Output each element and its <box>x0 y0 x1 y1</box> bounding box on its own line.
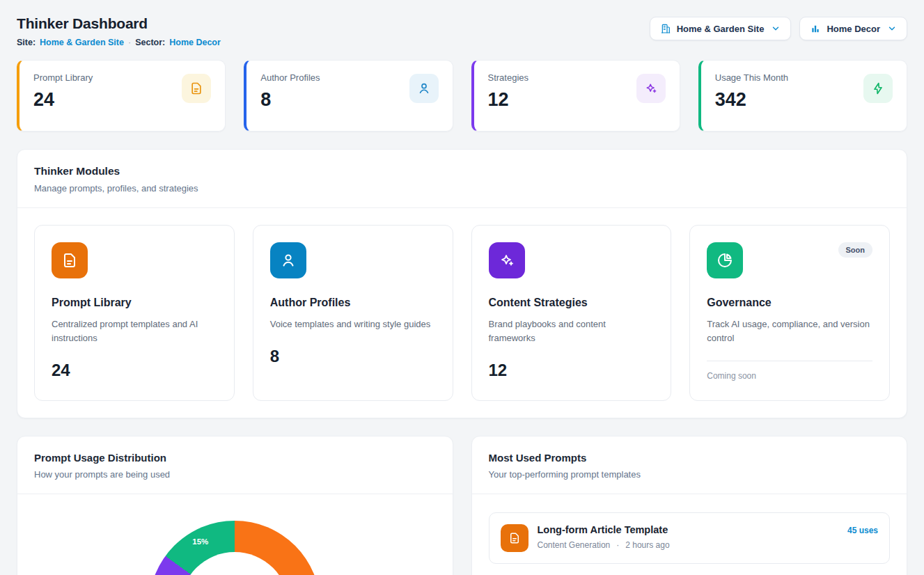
separator-dot: · <box>128 38 131 47</box>
stat-label: Strategies <box>488 72 529 83</box>
site-label: Site: <box>17 38 36 47</box>
module-card-prompt-library[interactable]: Prompt Library Centralized prompt templa… <box>34 225 235 401</box>
user-icon <box>270 242 306 278</box>
prompt-list-item[interactable]: Long-form Article Template Content Gener… <box>489 512 891 564</box>
modules-panel-header: Thinker Modules Manage prompts, profiles… <box>17 150 907 207</box>
stat-label: Author Profiles <box>260 72 320 83</box>
donut-chart-area: 15% <box>17 521 453 575</box>
prompt-item-uses-badge: 45 uses <box>847 526 878 535</box>
stat-value: 24 <box>33 89 93 111</box>
document-icon <box>501 524 528 552</box>
building-icon <box>660 23 671 34</box>
donut-slice-label: 15% <box>192 537 208 546</box>
prompts-card-title: Most Used Prompts <box>489 452 891 464</box>
module-description: Brand playbooks and content frameworks <box>489 317 655 345</box>
most-used-prompts-card: Most Used Prompts Your top-performing pr… <box>471 436 908 575</box>
module-title: Content Strategies <box>489 297 655 309</box>
module-top-row: Soon <box>707 242 872 278</box>
chevron-down-icon <box>771 24 781 33</box>
usage-card-header: Prompt Usage Distribution How your promp… <box>17 436 453 494</box>
stats-row: Prompt Library 24 Author Profiles 8 Stra… <box>17 60 907 132</box>
usage-card-title: Prompt Usage Distribution <box>34 452 436 464</box>
modules-panel-title: Thinker Modules <box>34 165 890 178</box>
stat-card-author-profiles: Author Profiles 8 <box>244 60 453 132</box>
module-count: 12 <box>489 361 655 380</box>
sparkle-star-icon <box>489 242 525 278</box>
user-icon <box>409 74 439 103</box>
page-header: Thinker Dashboard Site: Home & Garden Si… <box>17 15 907 47</box>
stat-value: 342 <box>715 89 788 111</box>
pie-chart-icon <box>707 242 743 278</box>
module-description: Voice templates and writing style guides <box>270 317 436 331</box>
dashboard-page: Thinker Dashboard Site: Home & Garden Si… <box>0 0 924 575</box>
breadcrumb: Site: Home & Garden Site · Sector: Home … <box>17 38 221 47</box>
module-description: Centralized prompt templates and AI inst… <box>52 317 217 345</box>
stat-value: 12 <box>488 89 529 111</box>
stat-text: Prompt Library 24 <box>33 72 93 119</box>
stat-card-strategies: Strategies 12 <box>471 60 680 132</box>
sector-link[interactable]: Home Decor <box>169 38 221 47</box>
prompts-card-header: Most Used Prompts Your top-performing pr… <box>472 436 907 494</box>
stat-card-usage: Usage This Month 342 <box>698 60 907 132</box>
donut-chart[interactable]: 15% <box>149 521 320 575</box>
module-card-content-strategies[interactable]: Content Strategies Brand playbooks and c… <box>471 225 672 401</box>
module-count: 8 <box>270 347 436 366</box>
prompt-item-time: 2 hours ago <box>625 540 669 550</box>
header-selectors: Home & Garden Site Home Decor <box>650 17 907 40</box>
document-icon <box>52 242 88 278</box>
header-titles: Thinker Dashboard Site: Home & Garden Si… <box>17 15 221 47</box>
module-card-author-profiles[interactable]: Author Profiles Voice templates and writ… <box>253 225 453 401</box>
sparkle-star-icon <box>636 74 666 103</box>
divider <box>707 361 872 361</box>
lightning-icon <box>863 74 893 103</box>
site-selector-value: Home & Garden Site <box>677 24 765 34</box>
modules-panel-subtitle: Manage prompts, profiles, and strategies <box>34 183 890 194</box>
stat-label: Usage This Month <box>715 72 788 83</box>
page-title: Thinker Dashboard <box>17 15 221 32</box>
prompt-item-title: Long-form Article Template <box>538 524 670 535</box>
sector-selector-dropdown[interactable]: Home Decor <box>799 17 907 40</box>
soon-badge: Soon <box>838 242 873 258</box>
module-title: Author Profiles <box>270 297 436 309</box>
module-description: Track AI usage, compliance, and version … <box>707 317 872 345</box>
prompt-item-text: Long-form Article Template Content Gener… <box>538 524 670 550</box>
stat-value: 8 <box>260 89 320 111</box>
site-link[interactable]: Home & Garden Site <box>40 38 124 47</box>
separator-dot: · <box>616 540 619 550</box>
prompt-item-category: Content Generation <box>538 540 611 550</box>
module-count: 24 <box>52 361 217 380</box>
module-title: Prompt Library <box>52 297 217 309</box>
bar-chart-icon <box>810 23 821 34</box>
divider <box>472 494 907 494</box>
sector-label: Sector: <box>135 38 165 47</box>
stat-card-prompt-library: Prompt Library 24 <box>17 60 226 132</box>
modules-grid: Prompt Library Centralized prompt templa… <box>17 208 907 418</box>
prompt-usage-card: Prompt Usage Distribution How your promp… <box>17 436 453 575</box>
site-selector-dropdown[interactable]: Home & Garden Site <box>650 17 792 40</box>
stat-text: Strategies 12 <box>488 72 529 119</box>
prompt-item-meta: Content Generation · 2 hours ago <box>538 540 670 550</box>
document-icon <box>182 74 211 103</box>
coming-soon-text: Coming soon <box>707 371 872 381</box>
sector-selector-value: Home Decor <box>827 24 880 34</box>
module-title: Governance <box>707 297 872 309</box>
usage-card-subtitle: How your prompts are being used <box>34 469 436 480</box>
chevron-down-icon <box>887 24 897 33</box>
divider <box>17 494 453 494</box>
module-card-governance[interactable]: Soon Governance Track AI usage, complian… <box>689 225 890 401</box>
bottom-row: Prompt Usage Distribution How your promp… <box>17 436 907 575</box>
thinker-modules-panel: Thinker Modules Manage prompts, profiles… <box>17 149 907 418</box>
prompts-card-subtitle: Your top-performing prompt templates <box>489 469 891 480</box>
stat-label: Prompt Library <box>33 72 93 83</box>
stat-text: Usage This Month 342 <box>715 72 788 119</box>
stat-text: Author Profiles 8 <box>260 72 320 119</box>
